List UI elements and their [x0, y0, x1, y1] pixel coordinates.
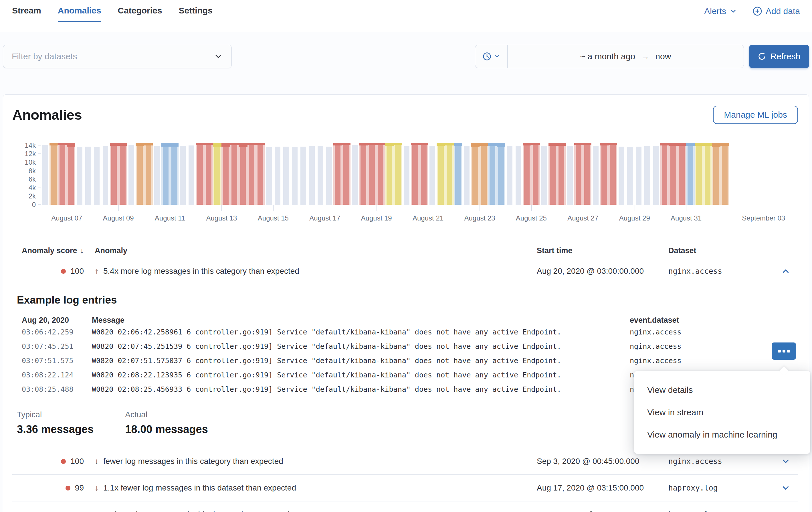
- chart-bar[interactable]: [609, 143, 617, 205]
- date-range-display[interactable]: ~ a month ago → now: [508, 45, 744, 68]
- chart-bar[interactable]: [419, 143, 428, 205]
- chart-bar[interactable]: [695, 143, 703, 205]
- chart-bar[interactable]: [566, 143, 574, 205]
- chart-bar[interactable]: [230, 143, 239, 205]
- alerts-menu-button[interactable]: Alerts: [704, 6, 737, 16]
- date-range-start[interactable]: ~ a month ago: [580, 52, 635, 61]
- chart-bar[interactable]: [325, 143, 333, 205]
- log-entry-row[interactable]: 03:06:42.259W0820 02:06:42.258961 6 cont…: [17, 325, 798, 339]
- chart-bar[interactable]: [557, 143, 566, 205]
- chart-bar[interactable]: [376, 143, 385, 205]
- chart-bar[interactable]: [333, 143, 342, 205]
- tab-categories[interactable]: Categories: [118, 6, 162, 22]
- chart-bar[interactable]: [153, 143, 162, 205]
- chart-bar[interactable]: [170, 143, 178, 205]
- chart-bar[interactable]: [712, 143, 720, 205]
- log-entry-row[interactable]: 03:07:45.251W0820 02:07:45.251539 6 cont…: [17, 339, 798, 353]
- chart-bar[interactable]: [471, 143, 480, 205]
- chart-bar[interactable]: [445, 143, 454, 205]
- date-range-end[interactable]: now: [655, 52, 671, 61]
- chart-bar[interactable]: [75, 143, 84, 205]
- chart-bar[interactable]: [643, 143, 651, 205]
- tab-anomalies[interactable]: Anomalies: [58, 6, 101, 22]
- expand-row-button[interactable]: [773, 456, 798, 466]
- chart-bar[interactable]: [222, 143, 230, 205]
- chart-bar[interactable]: [316, 143, 325, 205]
- add-data-button[interactable]: Add data: [753, 6, 800, 16]
- chart-bar[interactable]: [660, 143, 669, 205]
- chart-bar[interactable]: [686, 143, 695, 205]
- chart-bar[interactable]: [196, 143, 204, 205]
- tab-stream[interactable]: Stream: [12, 6, 41, 22]
- chart-bar[interactable]: [41, 143, 50, 205]
- menu-item-view-anomaly-in-machine-learning[interactable]: View anomaly in machine learning: [634, 424, 810, 446]
- chart-bar[interactable]: [50, 143, 58, 205]
- chart-bar[interactable]: [84, 143, 92, 205]
- chart-bar[interactable]: [540, 143, 549, 205]
- menu-item-view-details[interactable]: View details: [634, 379, 810, 401]
- chart-bar[interactable]: [634, 143, 643, 205]
- chart-bar[interactable]: [626, 143, 634, 205]
- chart-bar[interactable]: [368, 143, 376, 205]
- chart-bar[interactable]: [92, 143, 101, 205]
- chart-bar[interactable]: [428, 143, 437, 205]
- chart-bar[interactable]: [385, 143, 394, 205]
- chart-bar[interactable]: [549, 143, 557, 205]
- expand-row-button[interactable]: [773, 483, 798, 493]
- chart-bar[interactable]: [58, 143, 67, 205]
- chart-bar[interactable]: [720, 143, 729, 205]
- chart-bar[interactable]: [282, 143, 290, 205]
- chart-bar[interactable]: [162, 143, 170, 205]
- dataset-filter-select[interactable]: Filter by datasets: [3, 45, 232, 68]
- chart-bar[interactable]: [213, 143, 222, 205]
- chart-bar[interactable]: [144, 143, 153, 205]
- chart-bar[interactable]: [411, 143, 419, 205]
- chart-bar[interactable]: [523, 143, 531, 205]
- expand-row-button[interactable]: [773, 510, 798, 512]
- chart-bar[interactable]: [101, 143, 110, 205]
- chart-bar[interactable]: [67, 143, 75, 205]
- chart-bar[interactable]: [703, 143, 712, 205]
- date-quick-select-button[interactable]: [475, 45, 508, 68]
- chart-bar[interactable]: [359, 143, 368, 205]
- chart-bar[interactable]: [118, 143, 127, 205]
- chart-bar[interactable]: [497, 143, 505, 205]
- chart-bar[interactable]: [574, 143, 583, 205]
- chart-bar[interactable]: [110, 143, 118, 205]
- chart-bar[interactable]: [651, 143, 660, 205]
- chart-bar[interactable]: [437, 143, 445, 205]
- chart-bar[interactable]: [600, 143, 609, 205]
- chart-bar[interactable]: [591, 143, 600, 205]
- chart-bar[interactable]: [290, 143, 299, 205]
- collapse-row-button[interactable]: [773, 266, 798, 276]
- chart-bar[interactable]: [187, 143, 196, 205]
- log-entry-row[interactable]: 03:07:51.575W0820 02:07:51.575037 6 cont…: [17, 353, 798, 368]
- chart-bar[interactable]: [136, 143, 144, 205]
- chart-bar[interactable]: [505, 143, 514, 205]
- manage-ml-jobs-button[interactable]: Manage ML jobs: [713, 106, 798, 124]
- chart-bar[interactable]: [394, 143, 402, 205]
- chart-bar[interactable]: [669, 143, 677, 205]
- chart-bar[interactable]: [299, 143, 308, 205]
- chart-bar[interactable]: [204, 143, 213, 205]
- chart-bar[interactable]: [308, 143, 316, 205]
- chart-bar[interactable]: [488, 143, 497, 205]
- chart-plot-area[interactable]: [41, 143, 798, 205]
- menu-item-view-in-stream[interactable]: View in stream: [634, 401, 810, 424]
- chart-bar[interactable]: [531, 143, 540, 205]
- chart-bar[interactable]: [178, 143, 187, 205]
- refresh-button[interactable]: Refresh: [749, 45, 809, 68]
- chart-bar[interactable]: [256, 143, 265, 205]
- chart-bar[interactable]: [402, 143, 411, 205]
- tab-settings[interactable]: Settings: [179, 6, 212, 22]
- chart-bar[interactable]: [265, 143, 273, 205]
- chart-bar[interactable]: [583, 143, 591, 205]
- chart-bar[interactable]: [342, 143, 350, 205]
- chart-bar[interactable]: [677, 143, 686, 205]
- chart-bar[interactable]: [480, 143, 488, 205]
- log-entry-actions-button[interactable]: [772, 343, 796, 360]
- chart-bar[interactable]: [350, 143, 359, 205]
- chart-bar[interactable]: [239, 143, 247, 205]
- column-header-anomaly-score[interactable]: Anomaly score ↓: [12, 246, 84, 255]
- chart-bar[interactable]: [454, 143, 462, 205]
